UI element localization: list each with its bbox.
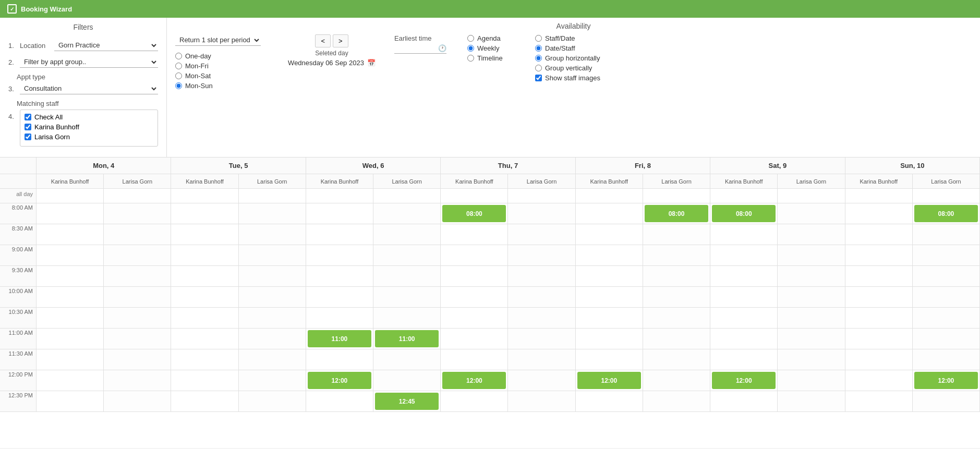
time-col-staff-header (0, 174, 37, 189)
slot-button-d3-s0-t8[interactable]: 12:00 (442, 372, 506, 389)
slot-button-d4-s1-t0[interactable]: 08:00 (645, 205, 708, 222)
radio-mon-sun-input[interactable] (175, 82, 182, 89)
avail-controls: Return 1 slot per period One-day Mon-Fri (175, 34, 972, 90)
appt-type-row: 3. Consultation (8, 83, 158, 94)
check-all-checkbox[interactable] (25, 114, 31, 120)
radio-weekly-input[interactable] (467, 45, 474, 52)
slot-cell-d5-s1-t0 (778, 203, 845, 224)
all-day-cell-11 (778, 189, 845, 203)
radio-one-day: One-day (175, 52, 269, 60)
slot-cell-d5-s0-t7 (710, 349, 778, 370)
appt-group-select[interactable]: Filter by appt group.. (20, 56, 158, 68)
slot-cell-d4-s0-t1 (576, 224, 643, 245)
slot-button-d2-s0-t6[interactable]: 11:00 (308, 330, 371, 347)
next-button[interactable]: > (333, 34, 348, 47)
availability-title: Availability (175, 22, 972, 30)
prev-button[interactable]: < (315, 34, 331, 47)
slot-cell-d1-s1-t3 (239, 266, 306, 287)
all-day-cell-1 (104, 189, 171, 203)
slot-button-d2-s1-t6[interactable]: 11:00 (375, 330, 439, 347)
slot-cell-d2-s0-t5 (306, 308, 373, 329)
radio-timeline-input[interactable] (467, 55, 474, 62)
slot-cell-d3-s0-t8: 12:00 (441, 370, 508, 391)
slot-cell-d5-s0-t6 (710, 329, 778, 349)
earliest-time-label: Earliest time (394, 34, 432, 42)
return-slot-select[interactable]: Return 1 slot per period (175, 34, 261, 46)
radio-group-horiz: Group horizontally (535, 54, 619, 62)
slot-cell-d0-s0-t4 (37, 287, 104, 308)
staff-header-day5-staff0: Karina Bunhoff (710, 174, 778, 189)
slot-cell-d2-s1-t2 (373, 245, 441, 266)
slot-cell-d6-s0-t7 (845, 349, 913, 370)
staff-karina-checkbox[interactable] (25, 124, 31, 130)
slot-cell-d6-s1-t8: 12:00 (913, 370, 980, 391)
slot-cell-d0-s1-t4 (104, 287, 171, 308)
calendar-icon[interactable]: 📅 (367, 59, 376, 67)
slot-cell-d5-s1-t1 (778, 224, 845, 245)
check-all-label: Check All (34, 113, 63, 121)
slot-cell-d2-s0-t2 (306, 245, 373, 266)
radio-mon-sat-input[interactable] (175, 72, 182, 79)
step4-num: 4. (8, 113, 17, 120)
slot-cell-d2-s1-t9: 12:45 (373, 391, 441, 412)
radio-date-staff: Date/Staff (535, 44, 619, 52)
all-day-cell-13 (913, 189, 980, 203)
staff-larisa-checkbox[interactable] (25, 134, 31, 140)
selected-day-label: Seleted day (315, 50, 348, 57)
radio-group-horiz-input[interactable] (535, 55, 542, 62)
top-section: Filters 1. Location Gorn Practice 2. Fil… (0, 18, 980, 157)
appt-type-select[interactable]: Consultation (20, 83, 158, 94)
all-day-cell-2 (171, 189, 238, 203)
slot-cell-d1-s0-t6 (171, 329, 238, 349)
slot-cell-d6-s1-t3 (913, 266, 980, 287)
radio-mon-fri-input[interactable] (175, 63, 182, 69)
slot-cell-d1-s0-t2 (171, 245, 238, 266)
slot-button-d2-s1-t9[interactable]: 12:45 (375, 393, 439, 410)
day-header-6: Sun, 10 (845, 157, 980, 174)
slot-cell-d2-s0-t0 (306, 203, 373, 224)
slot-cell-d2-s1-t0 (373, 203, 441, 224)
time-label-9: 12:30 PM (0, 391, 37, 412)
slot-cell-d4-s0-t7 (576, 349, 643, 370)
radio-date-staff-label: Date/Staff (545, 44, 575, 52)
radio-agenda-input[interactable] (467, 35, 474, 42)
slot-cell-d6-s1-t4 (913, 287, 980, 308)
slot-cell-d0-s1-t3 (104, 266, 171, 287)
radio-date-staff-input[interactable] (535, 45, 542, 52)
slot-cell-d4-s0-t8: 12:00 (576, 370, 643, 391)
slot-cell-d2-s1-t7 (373, 349, 441, 370)
staff-header-day4-staff0: Karina Bunhoff (576, 174, 643, 189)
slot-cell-d6-s0-t6 (845, 329, 913, 349)
slot-cell-d1-s0-t0 (171, 203, 238, 224)
slot-cell-d0-s0-t6 (37, 329, 104, 349)
show-staff-images-item: Show staff images (535, 74, 619, 82)
radio-mon-sun-label: Mon-Sun (185, 82, 213, 90)
all-day-cell-12 (845, 189, 913, 203)
earliest-time-input[interactable] (394, 44, 436, 52)
day-header-0: Mon, 4 (37, 157, 171, 174)
step2-num: 2. (8, 58, 17, 66)
slot-button-d5-s0-t8[interactable]: 12:00 (712, 372, 776, 389)
clock-icon: 🕐 (438, 44, 446, 52)
show-staff-images-checkbox[interactable] (535, 75, 542, 81)
slot-button-d6-s1-t0[interactable]: 08:00 (914, 205, 978, 222)
slot-button-d6-s1-t8[interactable]: 12:00 (914, 372, 978, 389)
slot-button-d4-s0-t8[interactable]: 12:00 (577, 372, 641, 389)
slot-button-d5-s0-t0[interactable]: 08:00 (712, 205, 776, 222)
time-label-3: 9:30 AM (0, 266, 37, 287)
location-select[interactable]: Gorn Practice (54, 40, 158, 51)
radio-one-day-input[interactable] (175, 53, 182, 59)
slot-button-d3-s0-t0[interactable]: 08:00 (442, 205, 506, 222)
slot-cell-d0-s1-t2 (104, 245, 171, 266)
slot-cell-d6-s1-t1 (913, 224, 980, 245)
radio-staff-date-input[interactable] (535, 35, 542, 42)
slot-cell-d6-s0-t9 (845, 391, 913, 412)
day-header-2: Wed, 6 (306, 157, 441, 174)
radio-mon-sat-label: Mon-Sat (185, 72, 211, 80)
slot-button-d2-s0-t8[interactable]: 12:00 (308, 372, 371, 389)
slot-cell-d1-s1-t4 (239, 287, 306, 308)
radio-group-horiz-label: Group horizontally (545, 54, 600, 62)
step1-num: 1. (8, 42, 17, 50)
radio-group-vert-input[interactable] (535, 65, 542, 71)
slot-cell-d0-s1-t6 (104, 329, 171, 349)
